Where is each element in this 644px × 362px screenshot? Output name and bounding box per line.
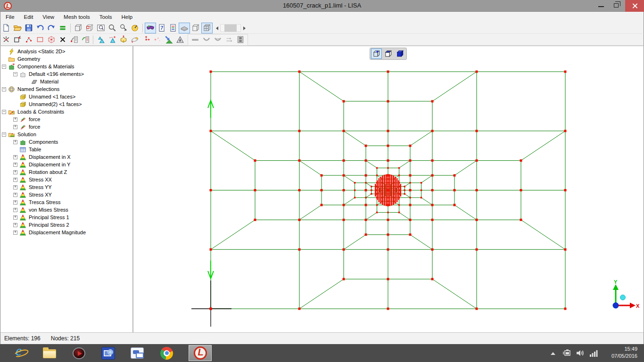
move-nodes-button[interactable] (140, 34, 152, 45)
arc-chord-tool-button[interactable] (212, 34, 223, 45)
tree-item-force-1[interactable]: force (0, 115, 132, 123)
fade-nodes-button[interactable] (152, 34, 163, 45)
network-signal-icon[interactable] (589, 349, 599, 357)
axis-arrows-tool-button[interactable] (223, 34, 235, 45)
new-quad-element-button[interactable] (34, 34, 46, 45)
solid-view-button[interactable] (395, 49, 405, 59)
tree-expand-icon[interactable] (13, 117, 17, 122)
tree-expand-icon[interactable] (13, 170, 17, 174)
fea-mesh-canvas[interactable] (133, 46, 644, 332)
tree-expand-icon[interactable] (13, 155, 17, 159)
tree-item-principal-stress-1[interactable]: Principal Stress 1 (0, 214, 132, 221)
tree-item-displacement-y[interactable]: Displacement in Y (0, 161, 132, 168)
tree-item-displacement-x[interactable]: Displacement in X (0, 153, 132, 161)
tree-expand-icon[interactable] (13, 215, 17, 220)
element-list-button[interactable] (80, 34, 91, 45)
tree-item-named-selections[interactable]: Named Selections (0, 85, 132, 93)
menu-help[interactable]: Help (117, 13, 137, 21)
tree-expand-icon[interactable] (13, 125, 17, 129)
tree-item-components-materials[interactable]: Components & Materials (0, 63, 132, 70)
tree-item-analysis[interactable]: Analysis <Static 2D> (0, 48, 132, 55)
taskbar-lisa-icon-active[interactable] (189, 345, 212, 361)
rotate-view-button[interactable] (73, 23, 84, 33)
tree-expand-icon[interactable] (13, 193, 17, 197)
tree-item-stress-yy[interactable]: Stress YY (0, 183, 132, 191)
taskbar-clock[interactable]: 15:49 07/05/2016 (598, 346, 637, 360)
tree-expand-icon[interactable] (13, 185, 17, 189)
menu-tools[interactable]: Tools (95, 13, 116, 21)
arc-tool-button[interactable] (201, 34, 212, 45)
convert-refine-button[interactable] (163, 34, 174, 45)
select-nodes-button[interactable] (0, 34, 12, 45)
tree-item-stress-xx[interactable]: Stress XX (0, 176, 132, 183)
element-dimension-button[interactable] (107, 34, 118, 45)
scroll-right-button[interactable] (241, 24, 247, 33)
tree-item-components[interactable]: Components (0, 138, 132, 146)
tree-item-material[interactable]: Material (0, 78, 132, 85)
wireframe-cube-view-button[interactable] (201, 23, 213, 33)
toolbar-scrollbar-thumb[interactable] (224, 25, 237, 32)
hidden-line-view-button[interactable] (383, 49, 394, 59)
taskbar-media-player-icon[interactable] (72, 346, 86, 361)
tree-item-force-2[interactable]: force (0, 123, 132, 131)
tree-item-default-component[interactable]: Default <196 elements> (0, 70, 132, 78)
node-chain-button[interactable] (23, 34, 34, 45)
new-hex-element-button[interactable] (46, 34, 57, 45)
tree-item-rotation-z[interactable]: Rotation about Z (0, 168, 132, 176)
solid-cube-view-button[interactable] (190, 23, 201, 33)
taskbar-chrome-icon[interactable] (159, 346, 174, 361)
open-file-button[interactable] (12, 23, 23, 33)
tree-collapse-icon[interactable] (2, 87, 6, 91)
tree-expand-icon[interactable] (13, 223, 17, 227)
revolve-button[interactable] (129, 34, 140, 45)
speaker-icon[interactable] (576, 349, 586, 357)
tray-show-hidden-icons[interactable] (551, 352, 555, 355)
line-tool-button[interactable] (190, 34, 201, 45)
taskbar-messaging-icon[interactable] (130, 346, 145, 361)
tree-item-geometry[interactable]: Geometry (0, 55, 132, 63)
new-node-element-button[interactable] (12, 34, 23, 45)
tree-item-table[interactable]: Table (0, 146, 132, 153)
tree-expand-icon[interactable] (13, 230, 17, 235)
toolbar-scrollbar[interactable] (220, 24, 241, 32)
scroll-left-button[interactable] (214, 24, 220, 33)
tree-collapse-icon[interactable] (13, 72, 17, 76)
tree-expand-icon[interactable] (13, 140, 17, 144)
zoom-window-button[interactable] (95, 23, 107, 33)
tree-item-stress-xy[interactable]: Stress XY (0, 191, 132, 198)
tree-item-displacement-magnitude[interactable]: Displacement Magnitude (0, 229, 132, 236)
model-viewport[interactable]: Y X (133, 46, 644, 332)
tree-collapse-icon[interactable] (2, 65, 6, 69)
save-file-button[interactable] (23, 23, 34, 33)
menu-mesh-tools[interactable]: Mesh tools (59, 13, 94, 21)
solve-button[interactable] (57, 23, 68, 33)
redo-button[interactable] (46, 23, 57, 33)
wireframe-view-button[interactable] (371, 49, 382, 59)
tree-item-unnamed-selection[interactable]: Unnamed <1 faces> (0, 93, 132, 100)
menu-edit[interactable]: Edit (20, 13, 38, 21)
battery-icon[interactable] (563, 349, 572, 357)
restore-button[interactable] (609, 0, 625, 12)
tree-expand-icon[interactable] (13, 208, 17, 212)
taskbar-network-computer-icon[interactable] (101, 346, 116, 361)
new-file-button[interactable] (0, 23, 12, 33)
tree-item-unnamed2-selection[interactable]: Unnamed(2) <1 faces> (0, 100, 132, 108)
tree-collapse-icon[interactable] (2, 110, 6, 114)
tree-collapse-icon[interactable] (2, 132, 6, 137)
refine-elements-button[interactable] (95, 34, 107, 45)
undo-button[interactable] (34, 23, 46, 33)
taskbar-internet-explorer-icon[interactable] (13, 346, 28, 361)
element-numbers-button[interactable] (156, 23, 167, 33)
minimize-button[interactable] (593, 0, 609, 12)
walk-zoom-button[interactable] (118, 23, 129, 33)
tree-item-von-mises-stress[interactable]: von Mises Stress (0, 206, 132, 214)
tree-item-solution[interactable]: Solution (0, 131, 132, 138)
measure-button[interactable] (129, 23, 140, 33)
menu-file[interactable]: File (1, 13, 19, 21)
shaded-faces-button[interactable] (179, 23, 190, 33)
taskbar-file-explorer-icon[interactable] (42, 346, 57, 361)
tree-expand-icon[interactable] (13, 200, 17, 205)
front-view-button[interactable] (84, 23, 95, 33)
zoom-button[interactable] (107, 23, 118, 33)
shaded-display-button[interactable] (145, 23, 156, 33)
